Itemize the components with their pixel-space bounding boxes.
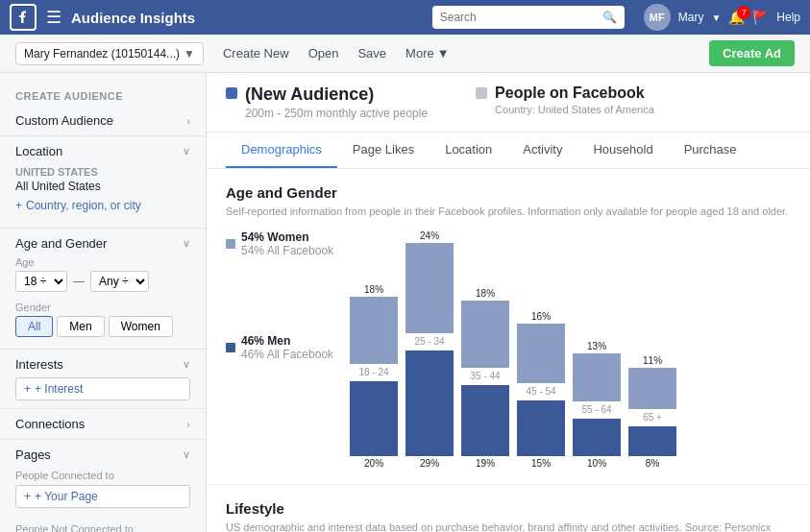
men-pct: 46% Men: [241, 334, 333, 348]
gender-women-btn[interactable]: Women: [109, 316, 173, 337]
women-legend-text: 54% Women 54% All Facebook: [241, 230, 333, 257]
sidebar-connections-section[interactable]: Connections ›: [0, 409, 206, 440]
sidebar-item-custom-audience[interactable]: Custom Audience ›: [0, 106, 206, 136]
gender-men-btn[interactable]: Men: [57, 316, 104, 337]
help-link[interactable]: Help: [776, 11, 800, 24]
tab-activity[interactable]: Activity: [507, 133, 577, 168]
age-from-select[interactable]: 18 ÷: [15, 271, 67, 292]
custom-audience-chevron: ›: [186, 115, 190, 127]
gender-all-btn[interactable]: All: [15, 316, 53, 337]
demographics-section: Age and Gender Self-reported information…: [207, 169, 810, 485]
create-audience-title: CREATE AUDIENCE: [0, 83, 206, 106]
notification-badge: 7: [737, 6, 750, 19]
age-gender-legend: 54% Women 54% All Facebook 46% Men 46% A…: [226, 230, 333, 463]
search-bar[interactable]: 🔍: [432, 6, 625, 29]
add-interest-btn[interactable]: + + Interest: [15, 377, 190, 400]
open-btn[interactable]: Open: [308, 42, 339, 64]
location-country: UNITED STATES: [15, 166, 190, 178]
connected-page-icon: +: [24, 490, 31, 503]
lifestyle-section: Lifestyle US demographic and interest da…: [207, 485, 810, 532]
connections-chevron: ›: [186, 419, 190, 430]
user-caret: ▼: [711, 12, 721, 23]
add-location-label: Country, region, or city: [26, 199, 141, 212]
age-to-select[interactable]: Any ÷: [90, 271, 149, 292]
create-new-btn[interactable]: Create New: [223, 42, 289, 64]
interests-toggle[interactable]: Interests ∨: [15, 357, 190, 372]
new-audience-size: 200m - 250m monthly active people: [245, 107, 428, 120]
bar-chart: 18%18 - 2420%24%25 - 3429%18%35 - 4419%1…: [349, 230, 791, 469]
more-caret: ▼: [437, 46, 450, 60]
men-color: [226, 343, 235, 352]
nav-right: MF Mary ▼ 🔔 7 🚩 Help: [644, 4, 800, 31]
tab-household[interactable]: Household: [577, 133, 668, 168]
male-bar: [573, 419, 621, 456]
create-ad-btn[interactable]: Create Ad: [709, 40, 795, 66]
pages-toggle[interactable]: Pages ∨: [15, 447, 190, 462]
flag-btn[interactable]: 🚩: [752, 10, 769, 25]
gender-buttons: All Men Women: [15, 316, 190, 337]
age-gender-chevron: ∨: [183, 237, 190, 250]
new-audience-block: (New Audience) 200m - 250m monthly activ…: [226, 85, 428, 120]
lifestyle-title: Lifestyle: [226, 500, 791, 517]
gender-row: Gender All Men Women: [15, 298, 190, 341]
location-chevron: ∨: [183, 145, 190, 157]
sidebar-age-gender-section: Age and Gender ∨ Age 18 ÷ — Any ÷ Gender: [0, 229, 206, 350]
ag-chart-area: 54% Women 54% All Facebook 46% Men 46% A…: [226, 230, 791, 469]
men-sub: 46% All Facebook: [241, 348, 333, 361]
location-toggle[interactable]: Location ∨: [15, 144, 190, 158]
facebook-info: People on Facebook Country: United State…: [495, 85, 654, 115]
women-color: [226, 239, 235, 249]
male-bar: [628, 426, 676, 456]
interests-chevron: ∨: [183, 358, 190, 371]
notifications-btn[interactable]: 🔔 7: [728, 10, 745, 25]
age-gender-toggle[interactable]: Age and Gender ∨: [15, 236, 190, 251]
save-btn[interactable]: Save: [357, 42, 386, 64]
demographics-title: Age and Gender: [226, 184, 791, 201]
connected-page-btn[interactable]: + + Your Page: [15, 485, 190, 508]
search-input[interactable]: [440, 11, 602, 24]
tab-demographics[interactable]: Demographics: [226, 133, 337, 168]
interests-label: Interests: [15, 357, 63, 372]
tabs-bar: Demographics Page Likes Location Activit…: [207, 133, 810, 169]
location-label: Location: [15, 144, 62, 158]
main-layout: CREATE AUDIENCE Custom Audience › Locati…: [0, 73, 810, 532]
account-caret: ▼: [184, 47, 195, 60]
tab-page-likes[interactable]: Page Likes: [337, 133, 430, 168]
facebook-color: [476, 87, 487, 99]
gender-field-label: Gender: [15, 302, 190, 313]
age-inputs: 18 ÷ — Any ÷: [15, 271, 190, 292]
pages-chevron: ∨: [183, 448, 190, 461]
location-value: All United States: [15, 180, 190, 193]
add-location-btn[interactable]: + Country, region, or city: [15, 199, 190, 212]
connected-page-label: + Your Page: [35, 490, 98, 503]
women-pct: 54% Women: [241, 230, 333, 244]
chart-group: 24%25 - 3429%: [405, 230, 454, 469]
more-dropdown[interactable]: More ▼: [405, 46, 450, 60]
sub-nav: Mary Fernandez (10150144...) ▼ Create Ne…: [0, 35, 810, 73]
avatar[interactable]: MF: [644, 4, 671, 31]
nav-username: Mary: [678, 11, 704, 24]
female-bar: [573, 353, 621, 401]
search-icon: 🔍: [602, 11, 617, 24]
age-gender-label: Age and Gender: [15, 236, 107, 251]
connected-label: People Connected to: [15, 470, 190, 481]
chart-group: 11%65 +8%: [627, 355, 677, 469]
men-legend: 46% Men 46% All Facebook: [226, 334, 333, 361]
facebook-logo: [10, 4, 37, 31]
male-bar: [517, 400, 565, 456]
account-selector[interactable]: Mary Fernandez (10150144...) ▼: [15, 42, 204, 65]
sidebar-interests-section: Interests ∨ + + Interest: [0, 350, 206, 409]
male-bar: [405, 351, 454, 456]
women-sub: 54% All Facebook: [241, 244, 333, 257]
women-legend: 54% Women 54% All Facebook: [226, 230, 333, 257]
age-row: Age 18 ÷ — Any ÷: [15, 251, 190, 298]
age-field-label: Age: [15, 256, 190, 268]
female-bar: [628, 368, 676, 409]
custom-audience-label: Custom Audience: [15, 113, 113, 128]
menu-icon[interactable]: ☰: [46, 7, 61, 28]
tab-location[interactable]: Location: [430, 133, 507, 168]
tab-purchase[interactable]: Purchase: [669, 133, 752, 168]
chart-group: 18%35 - 4419%: [460, 288, 510, 469]
add-location-icon: +: [15, 199, 22, 212]
facebook-audience-name: People on Facebook: [495, 85, 654, 102]
